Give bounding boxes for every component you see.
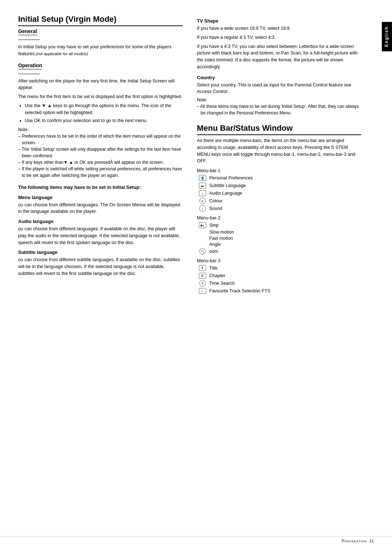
menu-item-audio-language: ♪ Audio Language <box>199 190 362 197</box>
general-para: In Initial Setup you may have to set you… <box>18 44 183 57</box>
menu-bar-title: Menu Bar/Status Window <box>197 123 362 135</box>
operation-heading: Operation <box>18 62 42 69</box>
menu-item-step-label: Step <box>209 223 219 228</box>
operation-para2: The menu for the first item to be set is… <box>18 93 183 100</box>
zoom-icon: 🔍 <box>199 248 207 255</box>
menu-bar-1-items: 👤 Personal Preferences ▬ Subtitle Langua… <box>199 175 362 212</box>
tv-shape-para2: If you have a regular 4:3 TV, select 4:3… <box>197 34 362 41</box>
menu-item-time-search-label: Time Search <box>209 281 235 286</box>
country-heading: Country <box>197 75 362 80</box>
step-icon: ▶| <box>199 222 207 228</box>
main-title: Initial Setup (Virgin Mode) <box>18 15 183 26</box>
menu-bar-2-section: Menu-bar-2 ▶| Step Slow motion Fast moti… <box>197 215 362 255</box>
menu-bar-3-label: Menu-bar-3 <box>197 258 362 263</box>
audio-language-text: ou can choose from different languages. … <box>18 226 183 246</box>
right-column: TV Shape If you have a wide screen 16:9 … <box>197 15 362 297</box>
menu-bar-2-label: Menu-bar-2 <box>197 215 362 220</box>
menu-bar-intro: As there are multiple menu-bars, the ite… <box>197 137 362 165</box>
menu-language-text: ou can choose from different languages. … <box>18 202 183 215</box>
menu-item-favourite-track-label: Favourite Track Selection FTS <box>209 288 270 293</box>
subtitle-language-icon: ▬ <box>199 182 207 189</box>
title-icon: T <box>199 265 207 271</box>
menu-item-colour: ◎ Colour <box>199 198 362 204</box>
menu-item-subtitle-language-label: Subtitle Language <box>209 183 246 188</box>
operation-bullets: Use the ▼ ▲ keys to go through the optio… <box>25 102 183 124</box>
colour-icon: ◎ <box>199 198 207 204</box>
audio-language-heading: Audio language <box>18 219 183 224</box>
menu-item-zoom-label: oom <box>209 249 218 254</box>
menu-item-sound-label: Sound <box>209 206 222 211</box>
menu-item-title-label: Title <box>209 266 218 271</box>
menu-item-audio-language-label: Audio Language <box>209 191 242 196</box>
menu-language-heading: Menu language <box>18 195 183 200</box>
following-items-heading: The following items may have to be set i… <box>18 184 183 191</box>
menu-bar-3-section: Menu-bar-3 T Title C Chapter <box>197 258 362 294</box>
menu-item-angle: Angle <box>209 242 362 247</box>
menu-bar-3-items: T Title C Chapter ⏱ Time <box>199 265 362 294</box>
menu-item-time-search: ⏱ Time Search <box>199 280 362 287</box>
menu-item-zoom: 🔍 oom <box>199 248 362 255</box>
operation-para1: After switching on the player for the ve… <box>18 78 183 92</box>
menu-item-sound: ♫ Sound <box>199 205 362 212</box>
time-search-icon: ⏱ <box>199 280 207 287</box>
operation-note: Note: – Preferences have to be set in th… <box>18 127 183 179</box>
menu-item-slow-motion: Slow motion <box>209 230 362 235</box>
favourite-track-icon: ✓ <box>199 288 207 294</box>
tv-shape-section: TV Shape If you have a wide screen 16:9 … <box>197 18 362 70</box>
following-items-section: The following items may have to be set i… <box>18 184 183 277</box>
tv-shape-heading: TV Shape <box>197 18 362 24</box>
menu-item-colour-label: Colour <box>209 198 223 203</box>
general-section: General In Initial Setup you may have to… <box>18 28 183 57</box>
menu-bar-2-items: ▶| Step Slow motion Fast motion Angle <box>199 222 362 255</box>
subtitle-language-block: Subtitle language ou can choose from dif… <box>18 250 183 277</box>
country-note: Note: – All these items may have to be s… <box>197 97 362 116</box>
menu-item-chapter: C Chapter <box>199 272 362 279</box>
content-area: Initial Setup (Virgin Mode) General In I… <box>18 15 374 297</box>
bullet-2: Use OK to confirm your selection and to … <box>25 117 183 124</box>
sound-icon: ♫ <box>199 205 207 212</box>
subtitle-language-heading: Subtitle language <box>18 250 183 255</box>
menu-item-step: ▶| Step <box>199 222 362 228</box>
menu-item-title: T Title <box>199 265 362 271</box>
tv-shape-para1: If you have a wide screen 16:9 TV, selec… <box>197 25 362 32</box>
bullet-1: Use the ▼ ▲ keys to go through the optio… <box>25 102 183 116</box>
menu-item-favourite-track: ✓ Favourite Track Selection FTS <box>199 288 362 294</box>
menu-bar-1-section: Menu-bar-1 👤 Personal Preferences ▬ Subt… <box>197 168 362 212</box>
menu-item-chapter-label: Chapter <box>209 273 225 278</box>
footer-page: 11 <box>369 539 374 544</box>
side-tab: English <box>382 22 392 51</box>
left-column: Initial Setup (Virgin Mode) General In I… <box>18 15 183 297</box>
menu-language-block: Menu language ou can choose from differe… <box>18 195 183 215</box>
menu-item-personal-preferences-label: Personal Preferences <box>209 175 253 181</box>
chapter-icon: C <box>199 272 207 279</box>
footer-label: Preparation <box>342 539 367 544</box>
general-heading: General <box>18 28 37 35</box>
audio-language-icon: ♪ <box>199 190 207 197</box>
page-container: English Initial Setup (Virgin Mode) Gene… <box>0 0 392 555</box>
audio-language-block: Audio language ou can choose from differ… <box>18 219 183 246</box>
subtitle-language-text: ou can choose from different subtitle la… <box>18 256 183 277</box>
menu-bar-1-label: Menu-bar-1 <box>197 168 362 173</box>
menu-item-personal-preferences: 👤 Personal Preferences <box>199 175 362 181</box>
menu-item-fast-motion: Fast motion <box>209 236 362 241</box>
page-footer: Preparation 11 <box>0 536 392 544</box>
menu-item-subtitle-language: ▬ Subtitle Language <box>199 182 362 189</box>
personal-preferences-icon: 👤 <box>199 175 207 181</box>
tv-shape-para3: If you have a 4:3 TV, you can also selec… <box>197 43 362 70</box>
operation-section: Operation After switching on the player … <box>18 62 183 179</box>
country-para1: Select your country. This is used as inp… <box>197 82 362 96</box>
country-section: Country Select your country. This is use… <box>197 75 362 117</box>
